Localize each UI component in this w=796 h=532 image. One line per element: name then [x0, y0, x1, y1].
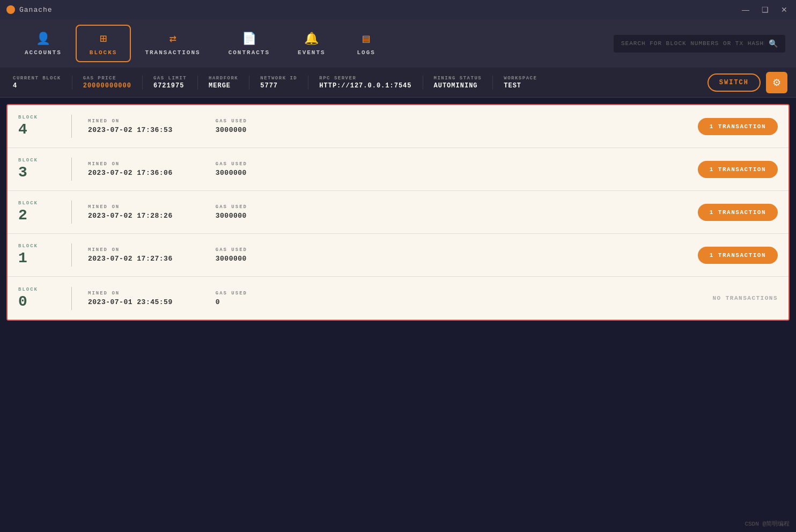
search-input[interactable] — [621, 40, 764, 47]
block-row[interactable]: BLOCK 4 MINED ON 2023-07-02 17:36:53 GAS… — [8, 105, 788, 148]
contracts-icon: 📄 — [242, 32, 256, 46]
mining-value: AUTOMINING — [434, 82, 482, 90]
mined-on-label: MINED ON — [88, 247, 173, 253]
block-row[interactable]: BLOCK 1 MINED ON 2023-07-02 17:27:36 GAS… — [8, 234, 788, 277]
rpc-server-label: RPC SERVER — [319, 76, 411, 81]
block-label: BLOCK — [18, 201, 61, 206]
title-bar: Ganache — ❑ ✕ — [0, 0, 796, 19]
current-block-label: CURRENT BLOCK — [13, 76, 61, 81]
block-action: NO TRANSACTIONS — [681, 295, 778, 301]
block-action: 1 TRANSACTION — [681, 161, 778, 178]
logs-icon: ▤ — [363, 32, 370, 46]
mined-on-field: MINED ON 2023-07-01 23:45:59 — [88, 291, 173, 306]
mined-on-value: 2023-07-02 17:27:36 — [88, 255, 173, 263]
block-row[interactable]: BLOCK 2 MINED ON 2023-07-02 17:28:26 GAS… — [8, 191, 788, 234]
no-transactions-label: NO TRANSACTIONS — [712, 295, 778, 301]
gas-price-label: GAS PRICE — [83, 76, 131, 81]
block-label: BLOCK — [18, 115, 61, 120]
block-number: 0 — [18, 293, 61, 310]
mined-on-value: 2023-07-02 17:36:53 — [88, 126, 173, 134]
block-row[interactable]: BLOCK 0 MINED ON 2023-07-01 23:45:59 GAS… — [8, 277, 788, 320]
footer-watermark: CSDN @简明编程 — [745, 520, 790, 528]
status-current-block: CURRENT BLOCK 4 — [9, 76, 72, 90]
gas-used-label: GAS USED — [216, 204, 247, 210]
block-number: 4 — [18, 121, 61, 138]
close-button[interactable]: ✕ — [779, 4, 790, 15]
gas-used-field: GAS USED 3000000 — [216, 161, 247, 177]
transaction-button[interactable]: 1 TRANSACTION — [698, 247, 778, 264]
mined-on-field: MINED ON 2023-07-02 17:36:53 — [88, 119, 173, 134]
block-number-section: BLOCK 3 — [18, 158, 72, 181]
block-action: 1 TRANSACTION — [681, 118, 778, 135]
blocks-list: BLOCK 4 MINED ON 2023-07-02 17:36:53 GAS… — [6, 104, 790, 321]
gas-used-field: GAS USED 3000000 — [216, 204, 247, 220]
current-block-value: 4 — [13, 82, 61, 90]
accounts-icon: 👤 — [36, 32, 50, 46]
block-number-section: BLOCK 4 — [18, 115, 72, 138]
settings-button[interactable]: ⚙ — [766, 72, 787, 93]
status-rpc-server: RPC SERVER HTTP://127.0.0.1:7545 — [308, 76, 423, 90]
gas-used-label: GAS USED — [216, 161, 247, 167]
nav-item-logs[interactable]: ▤ LOGS — [340, 25, 393, 62]
nav-item-transactions[interactable]: ⇄ TRANSACTIONS — [131, 25, 214, 62]
minimize-button[interactable]: — — [740, 4, 751, 15]
status-hardfork: HARDFORK MERGE — [198, 76, 249, 90]
mined-on-value: 2023-07-02 17:36:06 — [88, 169, 173, 177]
transactions-label: TRANSACTIONS — [145, 49, 200, 56]
maximize-button[interactable]: ❑ — [760, 4, 770, 15]
status-bar: CURRENT BLOCK 4 GAS PRICE 20000000000 GA… — [0, 68, 796, 98]
gas-used-value: 3000000 — [216, 126, 247, 134]
gas-used-field: GAS USED 0 — [216, 291, 247, 306]
blocks-label: BLOCKS — [90, 49, 117, 56]
block-label: BLOCK — [18, 287, 61, 292]
block-details: MINED ON 2023-07-02 17:36:06 GAS USED 30… — [72, 161, 681, 177]
status-gas-price: GAS PRICE 20000000000 — [72, 76, 143, 90]
status-network-id: NETWORK ID 5777 — [249, 76, 308, 90]
block-number: 3 — [18, 164, 61, 181]
transaction-button[interactable]: 1 TRANSACTION — [698, 161, 778, 178]
gas-limit-label: GAS LIMIT — [153, 76, 187, 81]
accounts-label: ACCOUNTS — [25, 49, 62, 56]
network-id-value: 5777 — [260, 82, 297, 90]
block-number-section: BLOCK 2 — [18, 201, 72, 224]
app-title: Ganache — [19, 6, 53, 14]
title-bar-controls: — ❑ ✕ — [740, 4, 790, 15]
workspace-label: WORKSPACE — [504, 76, 537, 81]
status-mining: MINING STATUS AUTOMINING — [423, 76, 493, 90]
title-bar-left: Ganache — [6, 5, 53, 14]
nav-item-events[interactable]: 🔔 EVENTS — [284, 25, 340, 62]
rpc-server-value: HTTP://127.0.0.1:7545 — [319, 82, 411, 90]
block-number-section: BLOCK 0 — [18, 287, 72, 310]
transaction-button[interactable]: 1 TRANSACTION — [698, 118, 778, 135]
block-label: BLOCK — [18, 243, 61, 249]
mined-on-label: MINED ON — [88, 291, 173, 296]
nav-item-contracts[interactable]: 📄 CONTRACTS — [215, 25, 284, 62]
hardfork-value: MERGE — [209, 82, 238, 90]
events-label: EVENTS — [298, 49, 326, 56]
logs-label: LOGS — [357, 49, 375, 56]
nav-item-blocks[interactable]: ⊞ BLOCKS — [76, 25, 131, 62]
mined-on-field: MINED ON 2023-07-02 17:36:06 — [88, 161, 173, 177]
block-label: BLOCK — [18, 158, 61, 163]
mined-on-field: MINED ON 2023-07-02 17:28:26 — [88, 204, 173, 220]
network-id-label: NETWORK ID — [260, 76, 297, 81]
block-action: 1 TRANSACTION — [681, 247, 778, 264]
gas-used-label: GAS USED — [216, 119, 247, 124]
block-row[interactable]: BLOCK 3 MINED ON 2023-07-02 17:36:06 GAS… — [8, 148, 788, 191]
gas-used-label: GAS USED — [216, 247, 247, 253]
gas-limit-value: 6721975 — [153, 82, 187, 90]
switch-button[interactable]: SWITCH — [707, 73, 761, 92]
mined-on-label: MINED ON — [88, 204, 173, 210]
gas-used-value: 3000000 — [216, 255, 247, 263]
status-bar-actions: SWITCH ⚙ — [707, 72, 787, 93]
block-action: 1 TRANSACTION — [681, 204, 778, 221]
hardfork-label: HARDFORK — [209, 76, 238, 81]
block-number: 2 — [18, 207, 61, 224]
transaction-button[interactable]: 1 TRANSACTION — [698, 204, 778, 221]
gas-price-value: 20000000000 — [83, 82, 131, 90]
block-details: MINED ON 2023-07-02 17:36:53 GAS USED 30… — [72, 119, 681, 134]
contracts-label: CONTRACTS — [229, 49, 270, 56]
gas-used-value: 3000000 — [216, 169, 247, 177]
search-bar[interactable]: 🔍 — [614, 35, 785, 53]
nav-item-accounts[interactable]: 👤 ACCOUNTS — [11, 25, 76, 62]
